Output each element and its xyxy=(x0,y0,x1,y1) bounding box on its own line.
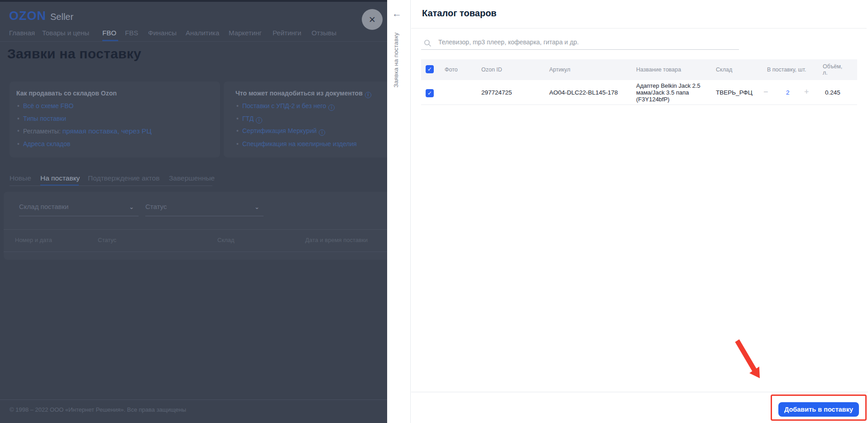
help-link-jewelry-spec[interactable]: Спецификация на ювелирные изделия xyxy=(242,140,357,147)
row-checkbox[interactable]: ✓ xyxy=(426,89,434,97)
top-strip xyxy=(0,0,387,2)
help-link-gtd[interactable]: ГТД xyxy=(242,115,262,124)
select-all-checkbox[interactable]: ✓ xyxy=(426,65,434,73)
col-header-number-date: Номер и дата xyxy=(15,237,52,243)
drawer-title: Каталог товаров xyxy=(422,8,497,19)
nav-divider xyxy=(0,41,387,42)
tab-na-postavku[interactable]: На поставку xyxy=(40,174,80,182)
help-card-title: Что может понадобиться из документов xyxy=(235,90,371,98)
col-header-supply-datetime: Дата и время поставки xyxy=(305,237,368,243)
col-header-ozon-id: Ozon ID xyxy=(481,67,502,73)
status-filter[interactable]: Статус xyxy=(145,203,167,210)
drawer-rail: ← Заявка на поставку xyxy=(387,0,411,423)
row-divider xyxy=(421,105,857,105)
nav-item-fbo[interactable]: FBO xyxy=(102,29,116,37)
copyright-text: © 1998 – 2022 ООО «Интернет Решения». Вс… xyxy=(10,406,186,413)
nav-item-analitika[interactable]: Аналитика xyxy=(186,29,219,37)
background-page: OZON Seller Главная Товары и цены FBO FB… xyxy=(0,0,387,423)
col-header-status: Статус xyxy=(98,237,116,243)
drawer-footer-divider xyxy=(411,392,868,392)
warehouse-filter[interactable]: Склад поставки xyxy=(19,203,69,210)
info-icon[interactable] xyxy=(328,105,335,111)
cell-ozon-id: 297724725 xyxy=(481,89,512,96)
col-header-warehouse: Склад xyxy=(716,67,732,73)
ozon-logo-text: OZON xyxy=(9,9,46,23)
info-icon[interactable] xyxy=(256,117,262,124)
nav-item-marketing[interactable]: Маркетинг xyxy=(229,29,262,37)
col-header-qty: В поставку, шт. xyxy=(767,67,806,73)
help-link-reglament[interactable]: Регламенты: прямая поставка, через РЦ xyxy=(23,127,152,135)
tab-podtverzhdenie-aktov[interactable]: Подтверждение актов xyxy=(88,174,159,182)
supply-list-card: Склад поставки ⌄ Статус ⌄ Номер и дата С… xyxy=(4,192,387,260)
help-card-title: Как продавать со складов Ozon xyxy=(16,90,117,97)
minus-icon[interactable]: − xyxy=(763,88,768,96)
chevron-down-icon[interactable]: ⌄ xyxy=(254,204,259,210)
footer-divider xyxy=(0,399,387,400)
table-header-divider xyxy=(4,252,387,252)
col-header-volume: Объём, л. xyxy=(823,63,845,76)
check-icon: ✓ xyxy=(427,90,432,96)
warehouse-filter-underline xyxy=(19,216,139,216)
catalog-drawer: Каталог товаров ✓ Фото Ozon ID Артикул Н… xyxy=(411,0,868,423)
tab-novye[interactable]: Новые xyxy=(10,174,31,182)
search-input[interactable] xyxy=(421,36,739,50)
tab-zavershennye[interactable]: Завершенные xyxy=(169,174,215,182)
help-card-documents: Что может понадобиться из документов Пос… xyxy=(224,81,387,157)
plus-icon[interactable]: + xyxy=(804,88,809,96)
nav-item-tovary[interactable]: Товары и цены xyxy=(42,29,89,37)
nav-item-glavnaya[interactable]: Главная xyxy=(9,29,35,37)
cell-warehouse: ТВЕРЬ_РФЦ xyxy=(716,89,753,96)
tab-divider xyxy=(10,185,212,186)
page-title: Заявки на поставку xyxy=(7,46,141,62)
col-header-photo: Фото xyxy=(445,67,458,73)
help-link-supply-types[interactable]: Типы поставки xyxy=(23,115,66,122)
info-icon[interactable] xyxy=(319,129,325,136)
check-icon: ✓ xyxy=(427,67,432,72)
table-top-divider xyxy=(4,229,387,230)
drawer-title-divider xyxy=(411,28,867,29)
rail-label: Заявка на поставку xyxy=(393,33,399,87)
help-link-mercury[interactable]: Сертификация Меркурий xyxy=(242,127,325,136)
nav-item-reitingi[interactable]: Рейтинги xyxy=(273,29,301,37)
col-header-article: Артикул xyxy=(549,67,571,73)
add-to-supply-button[interactable]: Добавить в поставку xyxy=(778,402,859,417)
cell-article: AO04-DLC22-BL145-178 xyxy=(549,89,618,96)
main-nav: Главная Товары и цены FBO FBS Финансы Ан… xyxy=(0,29,387,41)
chevron-down-icon[interactable]: ⌄ xyxy=(129,204,134,210)
catalog-table-header: ✓ Фото Ozon ID Артикул Название товара С… xyxy=(421,59,857,80)
nav-item-otzyvy[interactable]: Отзывы xyxy=(312,29,336,37)
ozon-seller-logo: OZON Seller xyxy=(9,9,73,23)
app-root: OZON Seller Главная Товары и цены FBO FB… xyxy=(0,0,868,423)
help-link-upd2[interactable]: Поставки с УПД-2 и без него xyxy=(242,102,335,111)
status-filter-underline xyxy=(145,216,264,216)
help-card-how-to-sell: Как продавать со складов Ozon Всё о схем… xyxy=(10,81,220,157)
info-icon[interactable] xyxy=(365,92,371,98)
annotation-arrow xyxy=(733,338,765,384)
help-link-warehouse-addresses[interactable]: Адреса складов xyxy=(23,140,70,147)
back-arrow-icon[interactable]: ← xyxy=(392,8,402,19)
help-link-fbo-scheme[interactable]: Всё о схеме FBO xyxy=(23,102,73,109)
cell-product-name: Адаптер Belkin Jack 2.5 мама/Jack 3.5 па… xyxy=(636,82,709,103)
cell-volume: 0.245 xyxy=(825,89,840,96)
table-row: ✓ 297724725 AO04-DLC22-BL145-178 Адаптер… xyxy=(421,80,857,105)
seller-logo-text: Seller xyxy=(50,12,73,22)
product-search xyxy=(421,36,739,51)
close-button[interactable]: ✕ xyxy=(362,9,383,30)
col-header-product-name: Название товара xyxy=(636,67,681,73)
close-icon: ✕ xyxy=(369,15,376,24)
nav-item-fbs[interactable]: FBS xyxy=(125,29,138,37)
qty-value[interactable]: 2 xyxy=(786,89,790,96)
col-header-warehouse: Склад xyxy=(217,237,235,243)
nav-item-finansy[interactable]: Финансы xyxy=(148,29,177,37)
